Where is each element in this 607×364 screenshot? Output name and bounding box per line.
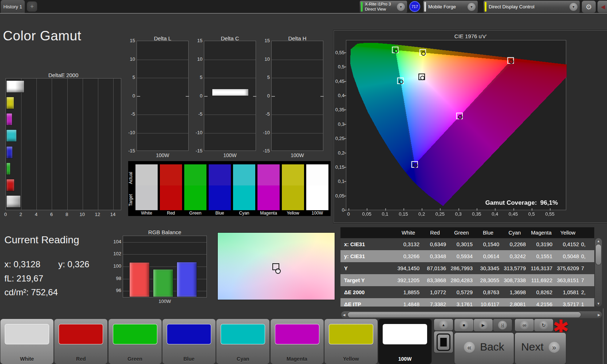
actual-swatch: [209, 164, 231, 185]
table-cell: 1,3698: [501, 289, 528, 295]
y-tick-label: 0,25: [334, 136, 344, 141]
table-row[interactable]: ΔE 20001,88551,07720,57290,87631,36980,8…: [340, 286, 594, 298]
table-cell: 313,5779: [501, 265, 528, 271]
panel-splitter[interactable]: [603, 308, 603, 364]
x-tick-label: 0,3: [451, 211, 466, 217]
y-tick-label: 0: [192, 93, 202, 99]
swatch-label: Green: [184, 211, 206, 216]
gridline: [272, 78, 323, 78]
swatch-100w: [306, 164, 328, 210]
y-tick-label: 15: [125, 38, 135, 43]
y-tick: [344, 95, 346, 96]
pattern-button-cyan[interactable]: Cyan: [216, 319, 269, 364]
chevrons-right-icon: »: [549, 342, 560, 353]
x-tick: [403, 208, 404, 211]
pattern-button-100w[interactable]: 100W: [378, 319, 431, 364]
pattern-window-button[interactable]: [434, 331, 453, 353]
pattern-swatch: [221, 324, 265, 344]
pattern-size-button[interactable]: [‑]: [493, 319, 512, 331]
continuous-read-button[interactable]: ∞: [515, 319, 534, 331]
reading-y: y: 0,326: [58, 259, 89, 269]
deltae-bar-green: [6, 163, 11, 175]
table-cell: 394,1450: [395, 265, 422, 271]
table-cell: 30,3345: [475, 265, 501, 271]
table-row[interactable]: ΔE ITP1,48487,33823,176110,61172,80814,2…: [340, 298, 594, 307]
pattern-label: Green: [109, 356, 162, 362]
scroll-right-icon[interactable]: ▶: [596, 311, 602, 318]
table-cell: 3,5717: [555, 301, 581, 307]
cie1976-plot: Gamut Coverage: 96,1%: [346, 40, 566, 210]
x-tick: [367, 208, 367, 211]
gridline: [67, 79, 68, 210]
table-hscroll-thumb[interactable]: [348, 312, 581, 317]
reading-fl: fL: 219,67: [4, 273, 43, 284]
column-header: Red: [422, 230, 448, 236]
actual-swatch: [306, 164, 328, 185]
add-tab-button[interactable]: +: [27, 1, 37, 12]
infinity-icon: ∞: [520, 321, 529, 329]
settings-button[interactable]: ⚙: [582, 1, 596, 13]
table-cell: 0,4152: [555, 241, 581, 247]
table-row[interactable]: y: CIE310,32660,33480,59340,06140,32420,…: [340, 250, 594, 262]
meter-dropdown[interactable]: X-Rite i1Pro 3 Direct View ▼: [360, 1, 407, 13]
table-cell: 0,3190: [528, 241, 555, 247]
pattern-button-red[interactable]: Red: [54, 319, 107, 364]
y-tick-label: 10: [125, 56, 135, 62]
next-button[interactable]: Next »: [515, 333, 566, 364]
table-cell: 0,3348: [422, 253, 448, 259]
back-button[interactable]: « Back: [454, 333, 514, 364]
gridline: [204, 115, 256, 115]
table-cell: 0,8262: [528, 289, 555, 295]
scroll-down-icon[interactable]: ▼: [595, 301, 602, 307]
play-button[interactable]: ▶: [474, 319, 493, 331]
table-vscroll-thumb[interactable]: [596, 244, 601, 265]
table-row[interactable]: Y394,145087,0136286,799330,3345313,57791…: [340, 262, 594, 274]
swatch-label: Red: [160, 211, 182, 216]
target-swatch: [282, 185, 304, 210]
display-control-dropdown[interactable]: Direct Display Control ▼: [484, 1, 580, 13]
y-tick: [344, 181, 346, 182]
y-tick: [344, 109, 346, 110]
x-tick-label: 0,1: [378, 211, 393, 217]
swatch-label: Blue: [209, 211, 231, 216]
pattern-button-green[interactable]: Green: [109, 319, 162, 364]
deltae-bar-white: [6, 195, 21, 208]
scroll-up-icon[interactable]: ▲: [595, 238, 602, 244]
rgb-bar-green: [153, 269, 173, 297]
x-tick-label: 2: [17, 212, 24, 217]
scroll-left-icon[interactable]: ◀: [341, 311, 347, 318]
pattern-swatch: [113, 324, 157, 344]
table-row[interactable]: Target Y392,120583,3868280,428328,305530…: [340, 274, 594, 286]
source-dropdown[interactable]: Mobile Forge ▼: [423, 1, 478, 13]
gridline: [36, 79, 37, 210]
deltae-bar-yellow: [6, 97, 14, 109]
pattern-button-white[interactable]: White: [0, 319, 54, 364]
gear-icon: ⚙: [586, 3, 592, 11]
swatch-magenta: [257, 164, 280, 210]
table-cell: 116,3137: [528, 265, 555, 271]
refresh-button[interactable]: ↻: [534, 319, 553, 331]
table-row[interactable]: x: CIE310,31320,63490,30150,15400,22680,…: [340, 238, 594, 250]
x-tick: [458, 208, 459, 211]
y-tick-label: -15: [260, 148, 270, 153]
pattern-button-blue[interactable]: Blue: [162, 319, 216, 364]
cie1931-measurement-marker: [275, 268, 281, 274]
pattern-up-button[interactable]: ▲: [434, 319, 453, 331]
page-title: Color Gamut: [3, 28, 81, 44]
row-label: ΔE ITP: [340, 301, 395, 307]
table-vertical-scrollbar[interactable]: ▲ ▼: [595, 238, 602, 307]
pattern-button-magenta[interactable]: Magenta: [271, 319, 324, 364]
meter-status-badge[interactable]: 717: [409, 1, 420, 12]
gridline: [123, 242, 206, 243]
stop-button[interactable]: ■: [454, 319, 473, 331]
rgb-balance-title: RGB Balance: [123, 229, 207, 235]
deltae-bar-cyan: [6, 129, 17, 142]
collapse-panel-button[interactable]: ◀: [598, 1, 607, 13]
tab-history-1[interactable]: History 1: [1, 0, 25, 13]
column-header: Magenta: [528, 230, 555, 236]
target-swatch: [257, 185, 280, 210]
column-header: White: [395, 230, 422, 236]
swatch-label: White: [135, 211, 158, 216]
y-tick-label: 15: [192, 38, 202, 43]
pattern-button-yellow[interactable]: Yellow: [324, 319, 378, 364]
